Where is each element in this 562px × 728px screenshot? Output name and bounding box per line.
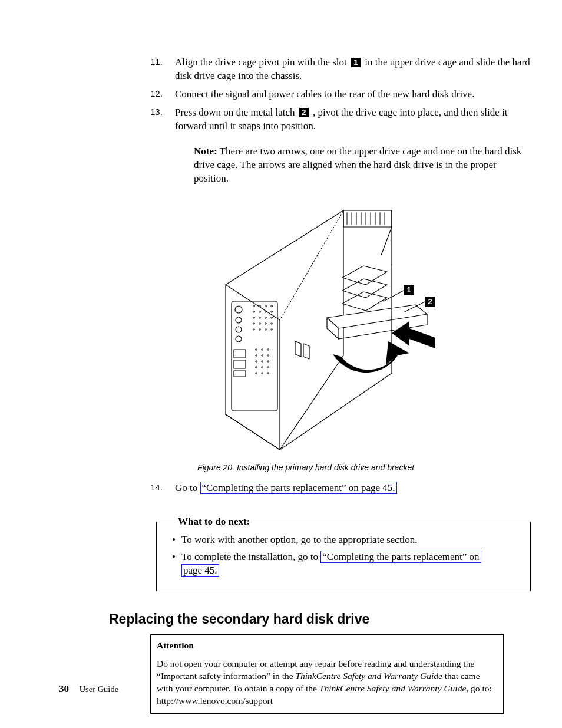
svg-point-42 — [256, 354, 257, 356]
note: Note: There are two arrows, one on the u… — [194, 145, 531, 186]
figure-wrap: 1 2 Figure 20. Installing the primary ha… — [203, 202, 531, 472]
section-body: Attention Do not open your computer or a… — [150, 634, 513, 728]
step-number: 12. — [150, 88, 163, 100]
svg-point-32 — [259, 322, 261, 324]
what-next-list: To work with another option, go to the a… — [170, 533, 517, 578]
svg-point-45 — [256, 360, 257, 362]
svg-rect-16 — [234, 350, 246, 358]
svg-point-25 — [265, 311, 267, 312]
figure-callout-2: 2 — [425, 297, 435, 307]
svg-point-36 — [259, 328, 261, 330]
svg-point-20 — [259, 305, 261, 307]
svg-point-19 — [253, 305, 255, 307]
svg-point-24 — [259, 311, 261, 312]
step-text: Press down on the metal latch 2 , pivot … — [175, 107, 507, 131]
svg-point-46 — [262, 360, 263, 362]
main-content: 11. Align the drive cage pivot pin with … — [156, 56, 531, 591]
figure: 1 2 — [203, 202, 437, 456]
svg-point-52 — [262, 372, 263, 374]
figure-illustration — [203, 202, 437, 456]
step-number: 13. — [150, 106, 163, 118]
svg-point-43 — [262, 354, 263, 356]
step-text: Go to “Completing the parts replacement”… — [175, 482, 397, 494]
step-number: 11. — [150, 56, 163, 68]
svg-point-38 — [271, 328, 273, 330]
svg-point-21 — [265, 305, 267, 307]
callout-1: 1 — [351, 58, 361, 67]
xref-link[interactable]: “Completing the parts replacement” on — [320, 551, 481, 563]
note-body: There are two arrows, one on the upper d… — [194, 146, 521, 184]
svg-point-34 — [271, 322, 273, 324]
section-heading: Replacing the secondary hard disk drive — [109, 611, 513, 627]
svg-point-26 — [271, 311, 273, 312]
note-label: Note: — [194, 146, 217, 157]
step-list: 11. Align the drive cage pivot pin with … — [156, 56, 531, 186]
xref-link[interactable]: “Completing the parts replacement” on pa… — [200, 482, 397, 494]
svg-point-15 — [236, 336, 242, 342]
doc-title: User Guide — [80, 684, 118, 694]
figure-caption: Figure 20. Installing the primary hard d… — [197, 463, 531, 472]
svg-rect-17 — [234, 360, 246, 368]
svg-point-23 — [253, 311, 255, 312]
page: 11. Align the drive cage pivot pin with … — [0, 0, 562, 728]
svg-point-41 — [267, 348, 269, 350]
svg-point-47 — [267, 360, 269, 362]
svg-point-13 — [236, 317, 242, 323]
list-item: To work with another option, go to the a… — [170, 533, 517, 547]
svg-point-12 — [235, 306, 242, 313]
list-item: To complete the installation, go to “Com… — [170, 551, 517, 578]
svg-point-31 — [253, 322, 255, 324]
callout-2: 2 — [299, 108, 309, 117]
svg-point-27 — [253, 317, 255, 318]
step-13: 13. Press down on the metal latch 2 , pi… — [156, 106, 531, 186]
svg-point-22 — [271, 305, 273, 307]
attention-text: Do not open your computer or attempt any… — [157, 658, 492, 706]
svg-rect-18 — [234, 371, 246, 377]
svg-point-29 — [265, 317, 267, 318]
page-footer: 30 User Guide — [59, 683, 118, 695]
page-number: 30 — [59, 683, 69, 694]
attention-box: Attention Do not open your computer or a… — [150, 634, 504, 714]
svg-point-28 — [259, 317, 261, 318]
svg-point-30 — [271, 317, 273, 318]
step-list-2: 14. Go to “Completing the parts replacem… — [156, 482, 531, 495]
svg-point-49 — [262, 366, 263, 368]
svg-point-37 — [265, 328, 267, 330]
svg-point-50 — [267, 366, 269, 368]
what-next-legend: What to do next: — [174, 516, 253, 528]
svg-point-53 — [267, 372, 269, 374]
attention-url: http://www.lenovo.com/support — [157, 696, 273, 706]
svg-line-54 — [384, 291, 404, 301]
svg-point-33 — [265, 322, 267, 324]
svg-point-44 — [267, 354, 269, 356]
svg-point-51 — [256, 372, 257, 374]
attention-label: Attention — [157, 640, 497, 652]
figure-callout-1: 1 — [404, 285, 414, 295]
svg-point-40 — [262, 348, 263, 350]
svg-point-48 — [256, 366, 257, 368]
svg-point-39 — [256, 348, 257, 350]
step-text: Align the drive cage pivot pin with the … — [175, 57, 530, 81]
step-text: Connect the signal and power cables to t… — [175, 88, 474, 100]
svg-line-10 — [343, 227, 392, 355]
step-14: 14. Go to “Completing the parts replacem… — [156, 482, 531, 495]
step-number: 14. — [150, 482, 163, 493]
step-11: 11. Align the drive cage pivot pin with … — [156, 56, 531, 83]
step-12: 12. Connect the signal and power cables … — [156, 88, 531, 101]
what-next-box: What to do next: To work with another op… — [156, 516, 531, 591]
xref-link[interactable]: page 45. — [181, 564, 219, 577]
svg-point-14 — [236, 327, 242, 332]
svg-point-35 — [253, 328, 255, 330]
